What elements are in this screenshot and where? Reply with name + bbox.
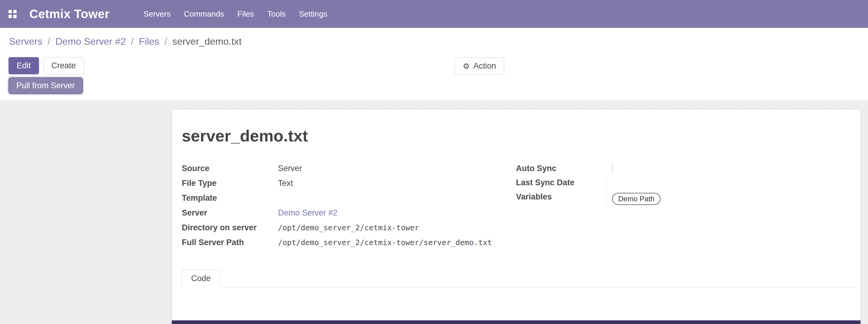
breadcrumb-separator: / bbox=[131, 36, 134, 47]
menu-item-settings[interactable]: Settings bbox=[292, 0, 334, 28]
field-last-sync-date-label: Last Sync Date bbox=[516, 178, 606, 192]
field-directory-on-server-label: Directory on server bbox=[182, 223, 278, 232]
control-panel: Edit Create ⚙ Action Pull from Server bbox=[0, 55, 868, 100]
auto-sync-checkbox[interactable] bbox=[612, 163, 613, 173]
menu-item-tools[interactable]: Tools bbox=[261, 0, 292, 28]
edit-button[interactable]: Edit bbox=[8, 57, 39, 74]
form-right-column: Auto Sync Last Sync Date Variables Demo … bbox=[516, 164, 854, 206]
pull-from-server-button[interactable]: Pull from Server bbox=[8, 77, 83, 94]
gear-icon: ⚙ bbox=[463, 62, 470, 70]
code-editor-top-bar bbox=[172, 320, 861, 324]
breadcrumb-link-demo-server-2[interactable]: Demo Server #2 bbox=[55, 36, 126, 47]
field-server-label: Server bbox=[182, 208, 278, 218]
field-last-sync-date-value bbox=[606, 178, 854, 192]
variable-tag-demo-path: Demo Path bbox=[612, 193, 660, 205]
field-full-server-path-value: /opt/demo_server_2/cetmix-tower/server_d… bbox=[278, 238, 516, 247]
breadcrumb-link-files[interactable]: Files bbox=[139, 36, 159, 47]
field-variables-label: Variables bbox=[516, 192, 606, 206]
top-navbar: Cetmix Tower Servers Commands Files Tool… bbox=[0, 0, 868, 28]
menu-item-files[interactable]: Files bbox=[231, 0, 261, 28]
top-menu: Servers Commands Files Tools Settings bbox=[137, 0, 334, 28]
breadcrumb-separator: / bbox=[48, 36, 50, 47]
field-auto-sync-label: Auto Sync bbox=[516, 164, 606, 178]
breadcrumb-separator: / bbox=[164, 36, 167, 47]
field-source-value: Server bbox=[278, 164, 516, 173]
apps-menu-icon[interactable] bbox=[8, 10, 17, 18]
field-full-server-path: Full Server Path /opt/demo_server_2/cetm… bbox=[182, 238, 516, 253]
app-title[interactable]: Cetmix Tower bbox=[29, 7, 110, 21]
field-template-label: Template bbox=[182, 193, 278, 203]
breadcrumb: Servers / Demo Server #2 / Files / serve… bbox=[0, 28, 868, 55]
field-server: Server Demo Server #2 bbox=[182, 208, 516, 223]
action-button[interactable]: ⚙ Action bbox=[455, 58, 504, 75]
notebook: Code bbox=[182, 269, 854, 287]
field-directory-on-server-value: /opt/demo_server_2/cetmix-tower bbox=[278, 223, 516, 232]
breadcrumb-current: server_demo.txt bbox=[172, 36, 241, 47]
field-file-type-value: Text bbox=[278, 179, 516, 188]
field-template: Template bbox=[182, 193, 516, 208]
field-directory-on-server: Directory on server /opt/demo_server_2/c… bbox=[182, 223, 516, 238]
form-left-column: Source Server File Type Text Template Se… bbox=[182, 164, 516, 253]
action-button-label: Action bbox=[473, 62, 496, 70]
field-last-sync-date: Last Sync Date bbox=[516, 178, 854, 192]
create-button[interactable]: Create bbox=[43, 57, 84, 74]
breadcrumb-link-servers[interactable]: Servers bbox=[9, 36, 42, 47]
page-title: server_demo.txt bbox=[182, 126, 854, 145]
menu-item-servers[interactable]: Servers bbox=[137, 0, 177, 28]
field-full-server-path-label: Full Server Path bbox=[182, 238, 278, 247]
field-file-type: File Type Text bbox=[182, 179, 516, 193]
field-source-label: Source bbox=[182, 164, 278, 173]
field-variables: Variables Demo Path bbox=[516, 192, 854, 206]
form-sheet: server_demo.txt Source Server File Type … bbox=[172, 109, 861, 324]
field-auto-sync: Auto Sync bbox=[516, 164, 854, 178]
menu-item-commands[interactable]: Commands bbox=[177, 0, 231, 28]
field-server-value-link[interactable]: Demo Server #2 bbox=[278, 208, 516, 218]
form-view-background: server_demo.txt Source Server File Type … bbox=[0, 100, 868, 324]
field-source: Source Server bbox=[182, 164, 516, 179]
field-file-type-label: File Type bbox=[182, 179, 278, 188]
tab-code[interactable]: Code bbox=[182, 269, 220, 287]
